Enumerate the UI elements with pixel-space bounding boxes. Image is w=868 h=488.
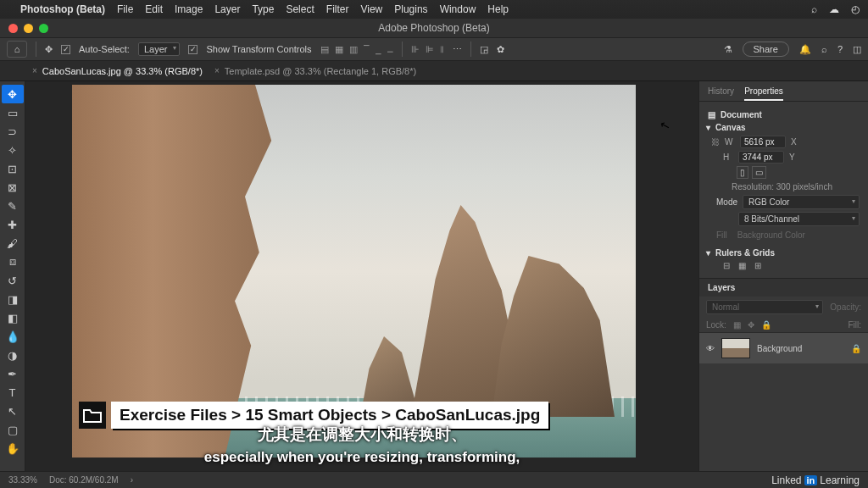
window-title: Adobe Photoshop (Beta) bbox=[378, 22, 489, 34]
lock-all-icon[interactable]: 🔒 bbox=[761, 320, 771, 330]
right-panels: History Properties ▤Document ▾Canvas ⛓ W… bbox=[698, 81, 868, 471]
distribute-v-icon[interactable]: ⊫ bbox=[426, 44, 434, 55]
hand-tool[interactable]: ✋ bbox=[2, 439, 24, 458]
grid-icon[interactable]: ▦ bbox=[738, 261, 746, 270]
status-bar: 33.33% Doc: 60.2M/60.2M › LinkedinLearni… bbox=[0, 471, 868, 488]
history-brush-tool[interactable]: ↺ bbox=[2, 271, 24, 290]
cloud-icon[interactable]: ☁ bbox=[829, 3, 839, 15]
lock-pixels-icon[interactable]: ▦ bbox=[733, 320, 741, 330]
magic-wand-tool[interactable]: ✧ bbox=[2, 141, 24, 159]
gear-icon[interactable]: ✿ bbox=[497, 44, 504, 55]
path-tool[interactable]: ↖ bbox=[2, 402, 24, 420]
blend-mode-select[interactable]: Normal bbox=[706, 300, 823, 314]
menu-window[interactable]: Window bbox=[440, 3, 476, 15]
align-bottom-icon[interactable]: ⎽ bbox=[387, 44, 393, 55]
menu-view[interactable]: View bbox=[360, 3, 382, 15]
align-top-icon[interactable]: ⎺ bbox=[364, 44, 370, 55]
align-right-icon[interactable]: ▥ bbox=[349, 44, 358, 55]
minimize-window-button[interactable] bbox=[24, 24, 33, 33]
menu-help[interactable]: Help bbox=[487, 3, 509, 15]
close-window-button[interactable] bbox=[8, 24, 18, 33]
shape-tool[interactable]: ▢ bbox=[2, 420, 24, 439]
layer-thumbnail[interactable] bbox=[721, 338, 750, 358]
menu-select[interactable]: Select bbox=[286, 3, 314, 15]
healing-tool[interactable]: ✚ bbox=[2, 215, 24, 234]
auto-select-target[interactable]: Layer bbox=[138, 42, 181, 56]
search-ps-icon[interactable]: ⌕ bbox=[821, 44, 827, 54]
menu-image[interactable]: Image bbox=[175, 3, 203, 15]
gradient-tool[interactable]: ◧ bbox=[2, 308, 24, 327]
doc-info[interactable]: Doc: 60.2M/60.2M bbox=[49, 475, 119, 485]
menu-edit[interactable]: Edit bbox=[145, 3, 163, 15]
workspace-icon[interactable]: ◫ bbox=[853, 44, 861, 55]
bits-select[interactable]: 8 Bits/Channel bbox=[738, 212, 860, 226]
lock-position-icon[interactable]: ✥ bbox=[748, 320, 754, 330]
clock-icon[interactable]: ◴ bbox=[851, 3, 860, 15]
link-wh-icon[interactable]: ⛓ bbox=[711, 137, 720, 147]
distribute-icon[interactable]: ⫴ bbox=[440, 44, 444, 55]
menu-layer[interactable]: Layer bbox=[214, 3, 240, 15]
move-tool[interactable]: ✥ bbox=[2, 85, 24, 103]
3d-mode-icon[interactable]: ◲ bbox=[480, 44, 488, 55]
guides-icon[interactable]: ⊞ bbox=[754, 261, 761, 270]
brush-tool[interactable]: 🖌 bbox=[2, 234, 24, 252]
pen-tool[interactable]: ✒ bbox=[2, 364, 24, 383]
menu-file[interactable]: File bbox=[117, 3, 133, 15]
tab-history[interactable]: History bbox=[708, 86, 734, 101]
chevron-down-icon[interactable]: ▾ bbox=[706, 123, 710, 132]
width-label: W bbox=[725, 137, 735, 147]
menu-filter[interactable]: Filter bbox=[326, 3, 349, 15]
frame-tool[interactable]: ⊠ bbox=[2, 178, 24, 197]
close-tab-icon[interactable]: × bbox=[32, 66, 37, 75]
width-value[interactable]: 5616 px bbox=[740, 136, 786, 148]
lasso-tool[interactable]: ⊃ bbox=[2, 122, 24, 141]
tools-panel: ✥ ▭ ⊃ ✧ ⊡ ⊠ ✎ ✚ 🖌 ⧈ ↺ ◨ ◧ 💧 ◑ ✒ T ↖ ▢ ✋ bbox=[0, 81, 25, 471]
eraser-tool[interactable]: ◨ bbox=[2, 290, 24, 308]
show-transform-checkbox[interactable]: ✓ bbox=[188, 45, 198, 54]
tab-label: CaboSanLucas.jpg @ 33.3% (RGB/8*) bbox=[42, 66, 203, 76]
tab-cabo[interactable]: × CaboSanLucas.jpg @ 33.3% (RGB/8*) bbox=[32, 66, 203, 76]
eyedropper-tool[interactable]: ✎ bbox=[2, 197, 24, 215]
app-name[interactable]: Photoshop (Beta) bbox=[20, 3, 105, 15]
distribute-h-icon[interactable]: ⊪ bbox=[411, 44, 420, 55]
menu-plugins[interactable]: Plugins bbox=[394, 3, 427, 15]
tab-properties[interactable]: Properties bbox=[744, 86, 783, 101]
auto-select-label: Auto-Select: bbox=[79, 44, 130, 54]
align-left-icon[interactable]: ▤ bbox=[320, 44, 329, 55]
orient-landscape-icon[interactable]: ▭ bbox=[752, 166, 766, 179]
more-options-icon[interactable]: ⋯ bbox=[453, 44, 462, 55]
share-button[interactable]: Share bbox=[743, 42, 789, 57]
crop-tool[interactable]: ⊡ bbox=[2, 159, 24, 178]
visibility-icon[interactable]: 👁 bbox=[706, 344, 715, 353]
stamp-tool[interactable]: ⧈ bbox=[2, 252, 24, 271]
align-center-icon[interactable]: ▦ bbox=[335, 44, 343, 55]
blur-tool[interactable]: 💧 bbox=[2, 327, 24, 346]
ruler-icon[interactable]: ⊟ bbox=[723, 261, 730, 270]
layers-panel-title[interactable]: Layers bbox=[699, 278, 868, 297]
help-icon[interactable]: ? bbox=[837, 44, 843, 54]
align-middle-icon[interactable]: ⎯ bbox=[376, 44, 381, 55]
tab-template[interactable]: × Template.psd @ 33.3% (Rectangle 1, RGB… bbox=[214, 66, 416, 76]
beaker-icon[interactable]: ⚗ bbox=[724, 44, 732, 55]
layer-background[interactable]: 👁 Background 🔒 bbox=[699, 333, 868, 363]
zoom-window-button[interactable] bbox=[39, 24, 48, 33]
zoom-level[interactable]: 33.33% bbox=[8, 475, 37, 485]
mode-select[interactable]: RGB Color bbox=[743, 195, 860, 209]
search-icon[interactable]: ⌕ bbox=[811, 3, 817, 15]
dodge-tool[interactable]: ◑ bbox=[2, 346, 24, 364]
menu-type[interactable]: Type bbox=[252, 3, 274, 15]
auto-select-checkbox[interactable]: ✓ bbox=[61, 45, 70, 54]
lock-icon[interactable]: 🔒 bbox=[851, 344, 861, 353]
x-label: X bbox=[791, 137, 801, 147]
layer-name[interactable]: Background bbox=[757, 344, 802, 353]
orient-portrait-icon[interactable]: ▯ bbox=[737, 166, 748, 179]
height-value[interactable]: 3744 px bbox=[738, 151, 784, 164]
home-button[interactable]: ⌂ bbox=[7, 41, 27, 58]
type-tool[interactable]: T bbox=[2, 383, 24, 402]
close-tab-icon[interactable]: × bbox=[214, 66, 220, 75]
chevron-down-icon[interactable]: ▾ bbox=[706, 248, 710, 258]
canvas-area[interactable]: ↖ Exercise Files > 15 Smart Objects > Ca… bbox=[25, 81, 698, 471]
marquee-tool[interactable]: ▭ bbox=[2, 103, 24, 122]
mac-menu-bar: Photoshop (Beta) File Edit Image Layer T… bbox=[0, 0, 868, 19]
bell-icon[interactable]: 🔔 bbox=[799, 44, 811, 55]
